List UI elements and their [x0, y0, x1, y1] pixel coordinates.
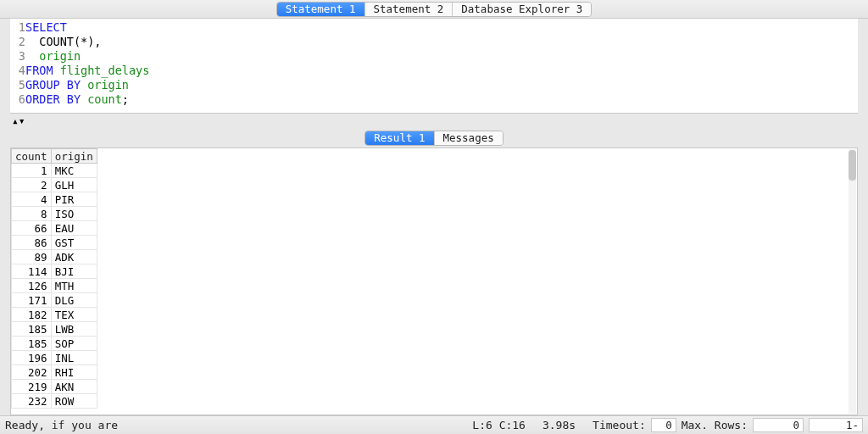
- cell-count[interactable]: 185: [12, 337, 52, 351]
- code-line[interactable]: COUNT(*),: [25, 35, 149, 49]
- status-timeout-label: Timeout:: [593, 419, 646, 431]
- table-row[interactable]: 86GST: [12, 236, 97, 250]
- pane-splitter[interactable]: ▴▾: [10, 114, 858, 129]
- cell-count[interactable]: 126: [12, 279, 52, 293]
- cell-count[interactable]: 202: [12, 365, 52, 380]
- line-number: 3: [10, 49, 25, 64]
- editor-code[interactable]: SELECT COUNT(*), originFROM flight_delay…: [25, 19, 149, 113]
- scrollbar-thumb[interactable]: [849, 150, 856, 181]
- top-tab-0[interactable]: Statement 1: [277, 3, 365, 16]
- table-row[interactable]: 1MKC: [12, 164, 97, 178]
- cell-origin[interactable]: LWB: [51, 322, 97, 337]
- cell-origin[interactable]: ISO: [51, 207, 97, 221]
- cell-origin[interactable]: BJI: [51, 264, 97, 279]
- status-cursor-pos: L:6 C:16: [472, 419, 526, 431]
- table-row[interactable]: 66EAU: [12, 221, 97, 236]
- code-line[interactable]: GROUP BY origin: [25, 78, 149, 92]
- cell-count[interactable]: 2: [12, 178, 52, 192]
- results-scrollbar[interactable]: [849, 149, 856, 414]
- status-elapsed-time: 3.98s: [542, 419, 576, 431]
- table-row[interactable]: 171DLG: [12, 293, 97, 308]
- cell-origin[interactable]: ADK: [51, 250, 97, 264]
- result-tab-bar: Result 1Messages: [10, 129, 858, 147]
- results-panel: countorigin1MKC2GLH4PIR8ISO66EAU86GST89A…: [10, 147, 858, 415]
- result-tab-0[interactable]: Result 1: [365, 131, 434, 145]
- cell-origin[interactable]: EAU: [51, 221, 97, 236]
- cell-origin[interactable]: MTH: [51, 279, 97, 293]
- table-row[interactable]: 114BJI: [12, 264, 97, 279]
- cell-count[interactable]: 8: [12, 207, 52, 221]
- table-row[interactable]: 8ISO: [12, 207, 97, 221]
- cell-origin[interactable]: INL: [51, 351, 97, 365]
- table-row[interactable]: 185LWB: [12, 322, 97, 337]
- cell-count[interactable]: 185: [12, 322, 52, 337]
- table-row[interactable]: 2GLH: [12, 178, 97, 192]
- cell-count[interactable]: 66: [12, 221, 52, 236]
- cell-origin[interactable]: RHI: [51, 365, 97, 380]
- top-tab-bar: Statement 1Statement 2Database Explorer …: [0, 0, 868, 19]
- cell-origin[interactable]: ROW: [51, 394, 97, 409]
- table-row[interactable]: 196INL: [12, 351, 97, 365]
- cell-count[interactable]: 89: [12, 250, 52, 264]
- cell-count[interactable]: 114: [12, 264, 52, 279]
- table-row[interactable]: 4PIR: [12, 192, 97, 207]
- line-number: 4: [10, 64, 25, 78]
- line-number: 5: [10, 78, 25, 92]
- cell-count[interactable]: 171: [12, 293, 52, 308]
- status-maxrows-field[interactable]: 0: [753, 418, 804, 432]
- line-number: 6: [10, 92, 25, 107]
- cell-origin[interactable]: MKC: [51, 164, 97, 178]
- editor-gutter: 123456: [10, 19, 25, 113]
- result-tab-segment: Result 1Messages: [364, 131, 503, 146]
- cell-origin[interactable]: SOP: [51, 337, 97, 351]
- cell-count[interactable]: 4: [12, 192, 52, 207]
- cell-origin[interactable]: PIR: [51, 192, 97, 207]
- cell-origin[interactable]: AKN: [51, 380, 97, 394]
- line-number: 1: [10, 20, 25, 35]
- cell-count[interactable]: 1: [12, 164, 52, 178]
- table-row[interactable]: 126MTH: [12, 279, 97, 293]
- status-ready: Ready, if you are: [5, 419, 118, 431]
- sql-editor[interactable]: 123456 SELECT COUNT(*), originFROM fligh…: [10, 19, 858, 114]
- top-tab-1[interactable]: Statement 2: [365, 3, 453, 16]
- cell-count[interactable]: 219: [12, 380, 52, 394]
- result-tab-1[interactable]: Messages: [435, 131, 503, 145]
- code-line[interactable]: SELECT: [25, 20, 149, 35]
- table-row[interactable]: 185SOP: [12, 337, 97, 351]
- cell-origin[interactable]: GST: [51, 236, 97, 250]
- cell-count[interactable]: 182: [12, 308, 52, 322]
- table-row[interactable]: 182TEX: [12, 308, 97, 322]
- status-maxrows-label: Max. Rows:: [682, 419, 748, 431]
- status-bar: Ready, if you are L:6 C:16 3.98s Timeout…: [0, 415, 868, 434]
- table-row[interactable]: 232ROW: [12, 394, 97, 409]
- column-header-count[interactable]: count: [12, 149, 52, 164]
- code-line[interactable]: FROM flight_delays: [25, 64, 149, 78]
- results-table[interactable]: countorigin1MKC2GLH4PIR8ISO66EAU86GST89A…: [11, 148, 97, 409]
- table-row[interactable]: 219AKN: [12, 380, 97, 394]
- column-header-origin[interactable]: origin: [51, 149, 97, 164]
- top-tab-segment: Statement 1Statement 2Database Explorer …: [276, 2, 593, 17]
- code-line[interactable]: ORDER BY count;: [25, 92, 149, 107]
- splitter-icon: ▴▾: [12, 117, 25, 125]
- code-line[interactable]: origin: [25, 49, 149, 64]
- cell-origin[interactable]: DLG: [51, 293, 97, 308]
- cell-origin[interactable]: TEX: [51, 308, 97, 322]
- cell-count[interactable]: 232: [12, 394, 52, 409]
- line-number: 2: [10, 35, 25, 49]
- table-row[interactable]: 202RHI: [12, 365, 97, 380]
- status-row-range: 1-17/304: [809, 418, 863, 432]
- table-row[interactable]: 89ADK: [12, 250, 97, 264]
- cell-count[interactable]: 86: [12, 236, 52, 250]
- cell-count[interactable]: 196: [12, 351, 52, 365]
- status-timeout-field[interactable]: 0: [651, 418, 676, 432]
- cell-origin[interactable]: GLH: [51, 178, 97, 192]
- top-tab-2[interactable]: Database Explorer 3: [453, 3, 591, 16]
